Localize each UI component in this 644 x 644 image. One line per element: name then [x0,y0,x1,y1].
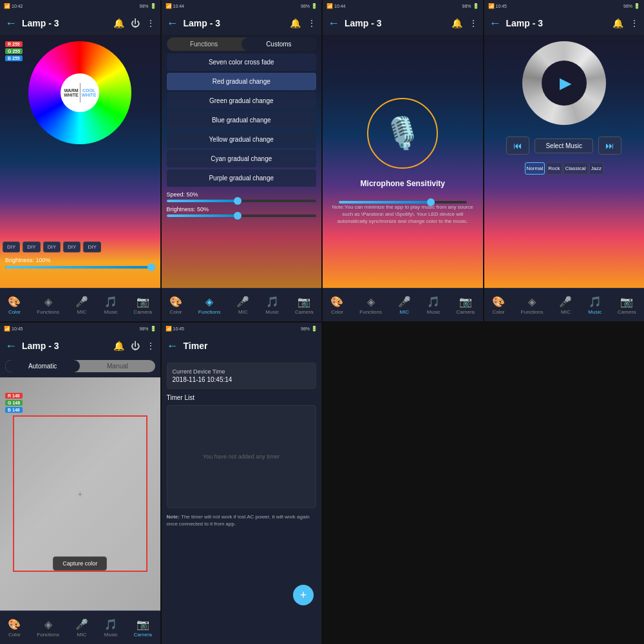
back-button[interactable]: ← [5,17,17,30]
nav-functions-5[interactable]: ◈ Functions [37,618,59,638]
nav-mic-4[interactable]: 🎤 MIC [559,296,572,315]
nav-camera-5[interactable]: 📷 Camera [134,618,152,638]
bottom-nav-2: 🎨 Color ◈ Functions 🎤 MIC 🎵 Music 📷 Came… [162,288,322,321]
mode-jazz[interactable]: Jazz [589,162,603,175]
blue-value: B 255 [5,55,23,61]
mode-rock[interactable]: Rock [546,162,562,175]
more-icon-4[interactable]: ⋮ [630,18,639,28]
menu-purple-gradual[interactable]: Purple gradual change [167,169,317,187]
speed-label: Speed: 50% [167,191,317,198]
diy-btn-1[interactable]: DIY [3,242,20,252]
mode-classical[interactable]: Classical [564,162,588,175]
screen-timer: 📶 10:45 98% 🔋 ← Timer Current Device Tim… [162,323,322,644]
back-button-5[interactable]: ← [5,339,17,353]
camera-icon-nav: 📷 [137,296,149,308]
nav-functions-1[interactable]: ◈ Functions [37,296,59,315]
mic-circle[interactable]: 🎙️ [367,98,438,169]
more-icon[interactable]: ⋮ [146,18,155,28]
tab-automatic[interactable]: Automatic [5,360,80,372]
mic-content: 🎙️ Microphone Sensitivity Note:You can m… [323,35,483,288]
speed-slider[interactable] [167,200,317,202]
diy-btn-4[interactable]: DIY [63,242,80,252]
nav-camera-3[interactable]: 📷 Camera [457,296,475,315]
nav-mic-5[interactable]: 🎤 MIC [75,618,88,638]
alarm-icon-3[interactable]: 🔔 [451,18,462,28]
more-icon-2[interactable]: ⋮ [307,18,316,28]
screen-music: 📶 10:45 98% 🔋 ← Lamp - 3 🔔 ⋮ ▶ ⏮ Select … [484,0,645,321]
bottom-nav-1: 🎨 Color ◈ Functions 🎤 MIC 🎵 Music 📷 Came… [0,288,160,321]
brightness-label-2: Brightness: 50% [167,206,317,213]
brightness-thumb-2[interactable] [234,212,242,220]
tab-customs[interactable]: Customs [242,37,316,51]
menu-red-gradual[interactable]: Red gradual change [167,73,317,90]
back-button-3[interactable]: ← [328,17,339,30]
tab-manual[interactable]: Manual [80,360,155,372]
nav-color-4[interactable]: 🎨 Color [492,296,505,315]
nav-music-3[interactable]: 🎵 Music [427,296,440,315]
back-button-6[interactable]: ← [167,339,178,353]
nav-camera-1[interactable]: 📷 Camera [134,296,152,315]
functions-icon: ◈ [44,296,52,308]
nav-music-2[interactable]: 🎵 Music [265,296,279,315]
alarm-icon[interactable]: 🔔 [113,18,124,28]
power-icon-5[interactable]: ⏻ [131,341,140,351]
title-bar-3: ← Lamp - 3 🔔 ⋮ [323,12,483,35]
color-wheel[interactable]: WARMWHITE COOLWHITE [28,41,131,144]
menu-seven-color[interactable]: Seven color cross fade [167,53,317,71]
page-title-1: Lamp - 3 [22,18,113,28]
alarm-icon-5[interactable]: 🔔 [113,341,124,351]
mode-normal[interactable]: Normal [525,162,545,175]
nav-functions-3[interactable]: ◈ Functions [359,296,382,315]
screen-functions: 📶 10:44 98% 🔋 ← Lamp - 3 🔔 ⋮ Functions C… [162,0,322,321]
nav-music-1[interactable]: 🎵 Music [104,296,118,315]
brightness-slider-2[interactable] [167,214,317,217]
nav-camera-2[interactable]: 📷 Camera [295,296,313,315]
back-button-4[interactable]: ← [489,17,501,30]
mic-icon-nav: 🎤 [75,296,88,308]
menu-yellow-gradual[interactable]: Yellow gradual change [167,131,317,148]
menu-green-gradual[interactable]: Green gradual change [167,92,317,109]
add-timer-button[interactable]: + [293,585,314,605]
empty-message: You have not added any timer [203,453,279,460]
nav-functions-2[interactable]: ◈ Functions [198,296,221,315]
nav-music-4[interactable]: 🎵 Music [588,296,601,315]
nav-color-2[interactable]: 🎨 Color [169,296,182,315]
nav-color-3[interactable]: 🎨 Color [330,296,343,315]
functions-content: Functions Customs Seven color cross fade… [162,35,322,288]
brightness-thumb[interactable] [147,263,155,271]
page-title-4: Lamp - 3 [506,18,613,28]
menu-cyan-gradual[interactable]: Cyan gradual change [167,150,317,167]
prev-button[interactable]: ⏮ [506,137,529,155]
next-button[interactable]: ⏭ [598,137,621,155]
brightness-slider[interactable] [5,266,155,269]
more-icon-3[interactable]: ⋮ [469,18,478,28]
menu-blue-gradual[interactable]: Blue gradual change [167,111,317,129]
capture-color-button[interactable]: Capture color [53,556,107,571]
play-icon[interactable]: ▶ [560,74,571,92]
alarm-icon-2[interactable]: 🔔 [290,18,301,28]
nav-mic-2[interactable]: 🎤 MIC [236,296,249,315]
diy-btn-2[interactable]: DIY [23,242,40,252]
speed-fill [167,200,242,202]
screen-camera: 📶 10:45 98% 🔋 ← Lamp - 3 🔔 ⏻ ⋮ Automatic… [0,323,160,644]
music-mode-bar: Normal Rock Classical Jazz [525,162,603,175]
diy-btn-3[interactable]: DIY [43,242,61,252]
speed-thumb[interactable] [234,197,242,205]
nav-color-1[interactable]: 🎨 Color [8,296,21,315]
alarm-icon-4[interactable]: 🔔 [612,18,623,28]
tab-functions[interactable]: Functions [167,37,242,51]
nav-mic-3[interactable]: 🎤 MIC [398,296,411,315]
select-music-button[interactable]: Select Music [535,138,593,153]
nav-music-5[interactable]: 🎵 Music [104,618,118,638]
power-icon[interactable]: ⏻ [131,18,140,28]
status-bar-6: 📶 10:45 98% 🔋 [162,323,322,334]
more-icon-5[interactable]: ⋮ [146,341,155,351]
color-wheel-container: WARMWHITE COOLWHITE [28,41,131,144]
nav-mic-1[interactable]: 🎤 MIC [75,296,88,315]
diy-btn-5[interactable]: DIY [83,242,100,252]
nav-color-5[interactable]: 🎨 Color [8,618,21,638]
nav-functions-4[interactable]: ◈ Functions [521,296,544,315]
camera-selection-box[interactable]: + [13,415,147,572]
nav-camera-4[interactable]: 📷 Camera [618,296,636,315]
back-button-2[interactable]: ← [167,17,178,30]
